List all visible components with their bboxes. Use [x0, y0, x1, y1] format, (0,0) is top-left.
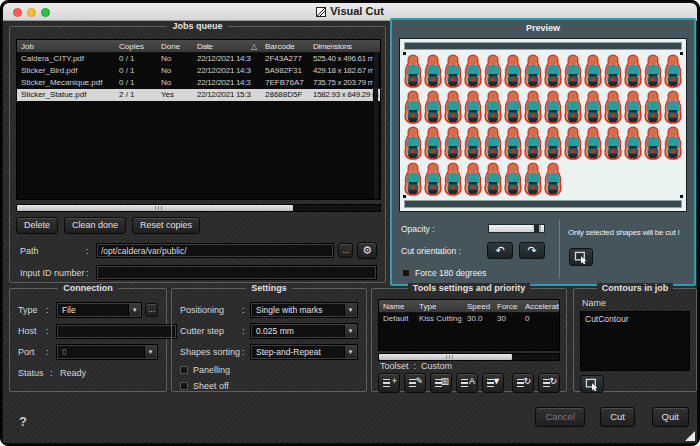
statue-shape[interactable] [403, 90, 423, 125]
host-input[interactable] [56, 324, 177, 339]
statue-shape[interactable] [543, 54, 563, 89]
force-180-checkbox[interactable] [402, 269, 410, 277]
save-toolset-button[interactable]: ↻ [538, 373, 560, 393]
statue-shape[interactable] [643, 54, 663, 89]
panelling-checkbox[interactable] [180, 366, 188, 374]
statue-shape[interactable] [643, 126, 663, 161]
statue-shape[interactable] [483, 162, 503, 197]
shapes-sorting-select[interactable]: Step-and-Repeat▼ [250, 344, 358, 360]
jobs-table-row[interactable]: Sticker_Mecanique.pdf0 / 1No22/12/2021 1… [17, 77, 380, 89]
delete-tool-button[interactable]: ▥ [430, 373, 452, 393]
select-shapes-button[interactable] [569, 248, 593, 266]
statue-shape[interactable] [443, 126, 463, 161]
statue-shape[interactable] [523, 126, 543, 161]
preview-canvas[interactable] [399, 38, 687, 212]
priority-tools-button[interactable]: ▼ [482, 373, 504, 393]
statue-shape[interactable] [563, 126, 583, 161]
statue-shape[interactable] [423, 162, 443, 197]
statue-shape[interactable] [663, 90, 683, 125]
statue-shape[interactable] [583, 126, 603, 161]
statue-shape[interactable] [443, 162, 463, 197]
statue-shape[interactable] [423, 54, 443, 89]
opacity-slider[interactable] [488, 224, 545, 233]
statue-shape[interactable] [523, 54, 543, 89]
jobs-table-row[interactable]: Sticker_Bird.pdf0 / 1No22/12/2021 14:365… [17, 65, 380, 77]
connection-browse-button[interactable]: ... [145, 303, 158, 317]
statue-shape[interactable] [463, 54, 483, 89]
statue-shape[interactable] [643, 90, 663, 125]
connection-type-select[interactable]: File▼ [56, 302, 142, 318]
statue-shape[interactable] [463, 126, 483, 161]
edit-tool-button[interactable]: ✎ [404, 373, 426, 393]
statue-shape[interactable] [443, 54, 463, 89]
reset-copies-button[interactable]: Reset copies [132, 217, 200, 234]
statue-shape[interactable] [663, 54, 683, 89]
column-header-done[interactable]: Done [157, 40, 193, 52]
statue-shape[interactable] [543, 126, 563, 161]
sheet-off-checkbox[interactable] [180, 382, 188, 390]
jobs-table-row[interactable]: Caldera_CITY.pdf0 / 1No22/12/2021 14:352… [17, 53, 380, 65]
statue-shape[interactable] [483, 54, 503, 89]
statue-shape[interactable] [623, 126, 643, 161]
statue-shape[interactable] [623, 54, 643, 89]
statue-shape[interactable] [523, 162, 543, 197]
cutter-step-select[interactable]: 0.025 mm▼ [250, 323, 358, 339]
contour-list-item[interactable]: CutContour [585, 314, 685, 324]
add-tool-button[interactable]: + [378, 373, 400, 393]
statue-shape[interactable] [423, 126, 443, 161]
statue-shape[interactable] [403, 162, 423, 197]
tools-horizontal-scrollbar[interactable] [378, 353, 560, 361]
rotate-right-button[interactable]: ↷ [519, 242, 545, 259]
jobs-hscroll-thumb[interactable] [17, 205, 293, 211]
jobs-horizontal-scrollbar[interactable] [16, 204, 381, 212]
column-header-acceleration[interactable]: Acceleration [521, 300, 559, 312]
statue-shape[interactable] [603, 54, 623, 89]
tools-table-row[interactable]: DefaultKiss Cutting30.0300 [379, 313, 559, 325]
statue-shape[interactable] [503, 54, 523, 89]
statue-shape[interactable] [503, 90, 523, 125]
column-header-copies[interactable]: Copies [115, 40, 157, 52]
statue-shape[interactable] [603, 126, 623, 161]
positioning-select[interactable]: Single with marks▼ [250, 302, 358, 318]
column-header-tool-name[interactable]: Name [379, 300, 415, 312]
help-button[interactable]: ? [19, 414, 27, 429]
rotate-left-button[interactable]: ↶ [487, 242, 513, 259]
column-header-barcode[interactable]: Barcode [261, 40, 309, 52]
statue-shape[interactable] [563, 90, 583, 125]
statue-shape[interactable] [583, 54, 603, 89]
input-id-field[interactable] [96, 265, 377, 280]
cut-button[interactable]: Cut [600, 407, 635, 427]
column-header-speed[interactable]: Speed [463, 300, 493, 312]
path-settings-gear-button[interactable]: ⚙ [357, 242, 377, 259]
statue-shape[interactable] [623, 90, 643, 125]
clean-done-button[interactable]: Clean done [64, 217, 126, 234]
statue-shape[interactable] [543, 162, 563, 197]
column-header-job[interactable]: Job [17, 40, 115, 52]
statue-shape[interactable] [463, 90, 483, 125]
jobs-vertical-scrollbar[interactable] [373, 53, 378, 199]
column-header-dimensions[interactable]: Dimensions [309, 40, 380, 52]
statue-shape[interactable] [423, 90, 443, 125]
statue-shape[interactable] [503, 162, 523, 197]
path-input[interactable] [96, 243, 334, 258]
statue-shape[interactable] [483, 126, 503, 161]
statue-shape[interactable] [603, 90, 623, 125]
path-browse-button[interactable]: ... [338, 243, 353, 258]
statue-shape[interactable] [443, 90, 463, 125]
statue-shape[interactable] [483, 90, 503, 125]
statue-shape[interactable] [403, 54, 423, 89]
delete-job-button[interactable]: Delete [16, 217, 58, 234]
statue-shape[interactable] [403, 126, 423, 161]
statue-shape[interactable] [463, 162, 483, 197]
statue-shape[interactable] [503, 126, 523, 161]
statue-shape[interactable] [543, 90, 563, 125]
quit-button[interactable]: Quit [652, 407, 689, 427]
column-header-tool-type[interactable]: Type [415, 300, 463, 312]
statue-shape[interactable] [523, 90, 543, 125]
load-toolset-button[interactable]: ↻ [512, 373, 534, 393]
column-header-date[interactable]: Date [193, 40, 251, 52]
sort-tools-button[interactable]: A [456, 373, 478, 393]
statue-shape[interactable] [583, 90, 603, 125]
tools-hscroll-thumb[interactable] [379, 354, 512, 360]
statue-shape[interactable] [563, 54, 583, 89]
